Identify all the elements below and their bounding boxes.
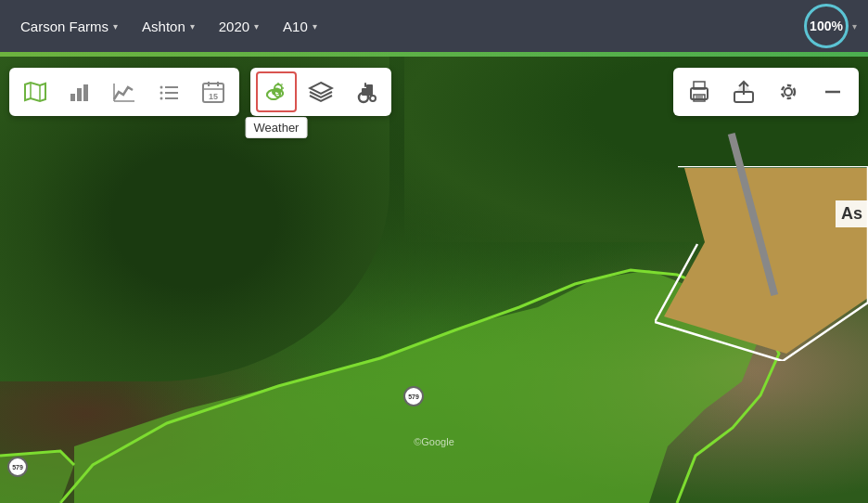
svg-point-13 (160, 97, 163, 100)
svg-rect-4 (70, 94, 75, 101)
collapse-button[interactable] (812, 71, 853, 112)
percent-badge[interactable]: 100% (804, 4, 849, 48)
field-chevron: ▾ (313, 21, 317, 32)
farm-name: Carson Farms (20, 19, 108, 34)
calendar-button[interactable]: 15 (193, 71, 234, 112)
graph-button[interactable] (104, 71, 145, 112)
weather-button[interactable]: Weather (256, 71, 297, 112)
tan-field-outline (655, 166, 868, 361)
svg-point-35 (370, 96, 376, 101)
right-toolbar (673, 68, 859, 116)
chart-button[interactable] (59, 71, 100, 112)
gear-icon (775, 79, 801, 105)
corner-label: As (836, 200, 868, 227)
field-selector[interactable]: A10 ▾ (274, 13, 326, 40)
year-selector[interactable]: 2020 ▾ (210, 13, 268, 40)
percent-chevron: ▾ (852, 21, 857, 32)
location-chevron: ▾ (190, 21, 195, 32)
chart-icon (67, 79, 93, 105)
toolbar-group-right (673, 68, 859, 116)
svg-line-22 (282, 84, 283, 85)
svg-marker-43 (736, 83, 751, 92)
percent-selector[interactable]: 100% ▾ (804, 4, 857, 48)
svg-rect-5 (77, 88, 82, 101)
equipment-button[interactable] (345, 71, 386, 112)
top-nav: Carson Farms ▾ Ashton ▾ 2020 ▾ A10 ▾ 100… (0, 0, 868, 52)
year-chevron: ▾ (254, 21, 259, 32)
toolbar-group-left: 15 (9, 68, 239, 116)
graph-icon (111, 79, 137, 105)
svg-point-44 (785, 88, 792, 96)
weather-icon (263, 79, 289, 105)
svg-rect-32 (366, 84, 373, 90)
location-selector[interactable]: Ashton ▾ (133, 13, 204, 40)
left-toolbar: 15 (9, 68, 391, 116)
svg-text:15: 15 (209, 92, 218, 101)
svg-point-11 (160, 92, 163, 95)
road-sign-2: 579 (7, 457, 28, 477)
svg-point-9 (160, 86, 163, 89)
print-button[interactable] (679, 71, 720, 112)
accent-line (0, 52, 868, 57)
farm-chevron: ▾ (113, 21, 118, 32)
svg-rect-33 (364, 83, 366, 87)
road-sign-1: 579 (403, 386, 424, 406)
collapse-icon (820, 79, 846, 105)
upload-icon (731, 79, 757, 105)
layers-button[interactable] (300, 71, 341, 112)
list-button[interactable] (148, 71, 189, 112)
layers-icon (308, 79, 334, 105)
map-icon (22, 79, 48, 105)
map-button[interactable] (15, 71, 56, 112)
field-value: A10 (283, 19, 308, 34)
tractor-icon (352, 79, 378, 105)
weather-tooltip: Weather (246, 117, 308, 138)
calendar-icon: 15 (200, 79, 226, 105)
svg-marker-30 (310, 83, 332, 94)
map-area[interactable]: 579 579 ©Google As (0, 57, 868, 503)
list-icon (156, 79, 182, 105)
farm-selector[interactable]: Carson Farms ▾ (11, 13, 127, 40)
year-value: 2020 (219, 19, 249, 34)
print-icon (686, 79, 712, 105)
settings-button[interactable] (768, 71, 809, 112)
google-watermark: ©Google (414, 436, 454, 447)
svg-rect-6 (83, 84, 88, 101)
location-name: Ashton (142, 19, 185, 34)
toolbar-group-weather: Weather (250, 68, 391, 116)
upload-button[interactable] (723, 71, 764, 112)
